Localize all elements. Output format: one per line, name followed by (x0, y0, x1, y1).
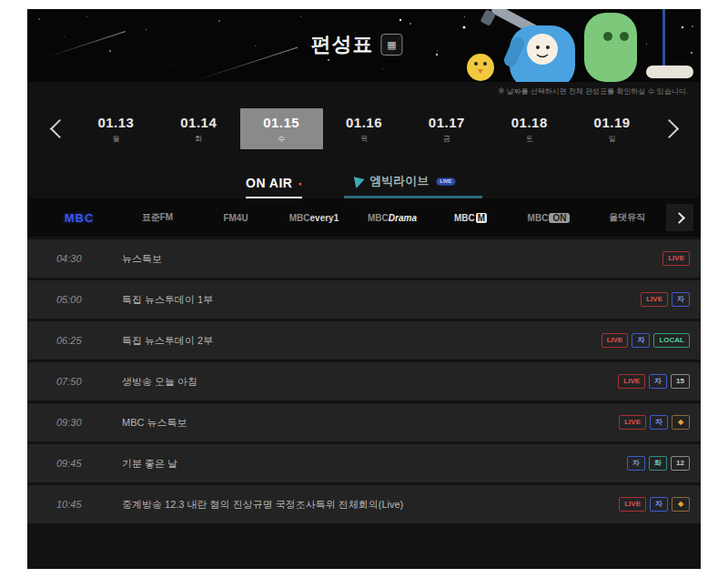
channel-tab-all-that-music[interactable]: 올댓뮤직 (588, 211, 666, 224)
more-channels-button[interactable] (666, 204, 693, 231)
star-dot (328, 59, 329, 61)
date-label: 01.13 (75, 115, 157, 130)
program-time: 10:45 (56, 499, 113, 510)
date-tab-01.17[interactable]: 01.17금 (405, 108, 488, 149)
channel-tab-fm4u[interactable]: FM4U (197, 213, 275, 223)
program-row[interactable]: 09:30MBC 뉴스특보LIVE자◆ (27, 403, 701, 441)
program-time: 06:25 (56, 335, 113, 346)
badge-live: LIVE (641, 292, 668, 307)
star-dot (109, 50, 111, 52)
channel-logo-part: MBC (289, 213, 310, 223)
star-dot (173, 64, 174, 65)
badge-age: 12 (671, 456, 690, 471)
date-tab-01.15[interactable]: 01.15수 (240, 108, 323, 149)
date-label: 01.16 (323, 115, 406, 130)
tab-mbig-live[interactable]: 엠빅라이브 LIVE (344, 173, 482, 198)
program-row[interactable]: 06:25특집 뉴스투데이 2부LIVE자LOCAL (27, 321, 701, 360)
day-label: 목 (323, 134, 406, 144)
chevron-right-icon (673, 212, 685, 224)
badge-sign: ◆ (672, 497, 690, 512)
channel-logo-part: Drama (389, 213, 417, 223)
program-badges: LIVE자 (641, 292, 690, 307)
channel-logo-part: MBC (454, 213, 475, 223)
channel-tab-pyojun-fm[interactable]: 표준FM (118, 211, 197, 224)
badge-live: LIVE (662, 251, 690, 266)
header-banner: 편성표 ▦ (27, 9, 701, 82)
channel-logo-part: MBC (65, 211, 95, 225)
date-label: 01.18 (488, 115, 571, 130)
date-label: 01.17 (405, 115, 488, 130)
date-tab-01.16[interactable]: 01.16목 (323, 108, 406, 149)
star-dot (255, 46, 256, 46)
day-label: 화 (157, 134, 240, 144)
channel-logo-part: 표준FM (142, 212, 173, 222)
chevron-left-icon (49, 118, 68, 137)
chevron-right-icon (659, 118, 678, 137)
program-row[interactable]: 05:00특집 뉴스투데이 1부LIVE자 (27, 280, 701, 319)
channel-tab-mbc[interactable]: MBC (40, 211, 118, 225)
program-time: 05:00 (56, 294, 113, 305)
date-tab-01.18[interactable]: 01.18토 (488, 108, 571, 149)
channel-logo-part: 올댓뮤직 (609, 212, 645, 222)
program-time: 04:30 (56, 253, 113, 264)
program-row[interactable]: 09:45기분 좋은 날자화12 (27, 444, 701, 482)
program-badges: LIVE자◆ (619, 415, 690, 430)
program-badges: LIVE자15 (618, 374, 690, 389)
day-label: 금 (405, 134, 488, 144)
date-tab-01.14[interactable]: 01.14화 (157, 108, 240, 149)
program-badges: LIVE자LOCAL (602, 333, 690, 348)
badge-caption: 자 (672, 292, 690, 307)
channel-logo-part: every1 (310, 213, 339, 223)
channel-logo-part: M (476, 213, 487, 223)
star-dot (146, 29, 147, 30)
badge-live: LIVE (602, 333, 629, 348)
mbig-logo-icon (354, 174, 366, 188)
star-dot (218, 20, 220, 22)
program-title: 중계방송 12.3 내란 혐의 진상규명 국정조사특위 전체회의(Live) (113, 498, 619, 512)
program-row[interactable]: 10:45중계방송 12.3 내란 혐의 진상규명 국정조사특위 전체회의(Li… (27, 485, 701, 523)
calendar-icon[interactable]: ▦ (380, 34, 402, 56)
date-navigation: 01.13월01.14화01.15수01.16목01.17금01.18토01.1… (27, 98, 701, 157)
program-badges: LIVE (662, 251, 690, 266)
star-dot (300, 16, 301, 17)
channel-list: MBC표준FMFM4UMBCevery1MBCDramaMBCMMBCON올댓뮤… (40, 211, 666, 225)
mascot-illustration (373, 9, 701, 82)
program-time: 09:45 (56, 458, 113, 469)
badge-local: LOCAL (653, 333, 690, 348)
channel-tab-mbc-every1[interactable]: MBCevery1 (275, 213, 353, 223)
page-title: 편성표 (310, 31, 373, 58)
program-title: 뉴스특보 (113, 252, 662, 266)
badge-caption: 자 (650, 497, 668, 512)
channel-logo-part: FM4U (223, 213, 248, 223)
program-row[interactable]: 07:50생방송 오늘 아침LIVE자15 (27, 362, 701, 401)
date-tab-01.19[interactable]: 01.19일 (571, 108, 653, 149)
badge-live: LIVE (618, 374, 645, 389)
on-air-live-dot: ● (298, 180, 302, 187)
badge-age: 15 (671, 374, 690, 389)
channel-tab-mbc-drama[interactable]: MBCDrama (353, 213, 431, 223)
next-week-button[interactable] (653, 110, 684, 147)
date-list: 01.13월01.14화01.15수01.16목01.17금01.18토01.1… (75, 108, 653, 149)
day-label: 수 (240, 134, 323, 144)
program-title: 기분 좋은 날 (113, 457, 627, 471)
star-dot (64, 36, 65, 37)
channel-tab-mbc-m[interactable]: MBCM (431, 213, 510, 223)
channel-tab-mbc-on[interactable]: MBCON (510, 213, 588, 223)
badge-caption: 자 (649, 374, 667, 389)
badge-live: LIVE (619, 415, 646, 430)
date-label: 01.14 (157, 115, 240, 130)
program-title: 생방송 오늘 아침 (113, 375, 618, 389)
program-row[interactable]: 04:30뉴스특보LIVE (27, 239, 701, 278)
date-tab-01.13[interactable]: 01.13월 (75, 108, 157, 149)
program-title: 특집 뉴스투데이 1부 (113, 293, 641, 307)
program-title: 특집 뉴스투데이 2부 (113, 334, 602, 348)
badge-sign: ◆ (672, 415, 690, 430)
on-air-label: ON AIR (246, 176, 292, 190)
star-dot (86, 16, 87, 17)
program-title: MBC 뉴스특보 (113, 416, 619, 430)
program-badges: LIVE자◆ (619, 497, 690, 512)
program-time: 07:50 (56, 376, 113, 387)
date-select-notice: ※ 날짜를 선택하시면 전체 편성표를 확인하실 수 있습니다. (499, 86, 688, 96)
tab-on-air[interactable]: ON AIR● (246, 176, 302, 198)
prev-week-button[interactable] (44, 110, 75, 147)
